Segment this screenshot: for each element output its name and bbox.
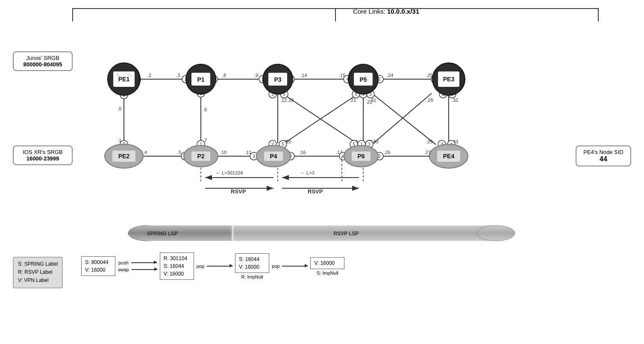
- svg-text:.32: .32: [452, 98, 458, 103]
- svg-point-169: [476, 225, 515, 241]
- box4-group: V: 16000 S: ImpNull: [310, 257, 344, 276]
- network-diagram: .2 .3 .8 .9 .14 .15 .24 .25 .4 .5 .10 .1…: [64, 26, 577, 214]
- box1-s: S: 800044: [85, 258, 112, 266]
- label-box-2: R: 301104 S: 16044 V: 16000: [160, 252, 194, 280]
- box2-r: R: 301104: [164, 255, 190, 262]
- iosxr-srgb-box: IOS XR's SRGB 16000-23999: [13, 145, 73, 165]
- svg-text:.28: .28: [426, 98, 433, 103]
- box2-s: S: 16044: [164, 262, 190, 270]
- svg-text:.16: .16: [299, 150, 306, 155]
- svg-text:.12: .12: [280, 98, 287, 103]
- pop2-arrow: [282, 266, 308, 267]
- push-arrow: [131, 262, 157, 263]
- s-impnull: S: ImpNull: [317, 270, 338, 276]
- pop1-label: pop: [197, 264, 204, 269]
- box3-v: V: 16000: [239, 263, 265, 271]
- svg-text:RSVP: RSVP: [231, 188, 246, 195]
- pop2-label: pop: [272, 264, 279, 269]
- svg-rect-168: [231, 225, 496, 241]
- svg-text:3: 3: [253, 154, 255, 159]
- svg-text:P3: P3: [274, 76, 281, 83]
- svg-text:.21: .21: [350, 98, 356, 103]
- pe4-node-sid-label: PE4's Node SID: [581, 149, 626, 155]
- svg-text:5: 5: [282, 142, 284, 147]
- svg-text:P4: P4: [270, 153, 277, 160]
- svg-text:.26: .26: [384, 150, 390, 155]
- svg-text:.3: .3: [176, 73, 180, 78]
- svg-text:.0: .0: [118, 106, 121, 111]
- legend-v: V: VPN Label: [18, 276, 58, 285]
- svg-text:↑↓: ↑↓: [116, 73, 120, 77]
- push-swap-arrows: push swap: [118, 260, 157, 272]
- svg-text:.2: .2: [147, 73, 151, 78]
- svg-text:.29: .29: [426, 139, 432, 144]
- swap-arrow: [132, 269, 157, 270]
- svg-text:.24: .24: [387, 73, 393, 78]
- pop1-arrow-container: pop: [197, 264, 232, 269]
- svg-text:PE4: PE4: [443, 153, 455, 160]
- r-impnull: R: ImpNull: [241, 274, 263, 279]
- svg-text:.8: .8: [222, 73, 226, 78]
- svg-text:↑↓: ↑↓: [128, 73, 132, 77]
- push-label: push: [118, 260, 129, 265]
- svg-text:P6: P6: [357, 153, 365, 160]
- svg-text:.6: .6: [203, 107, 207, 112]
- bracket-svg: [68, 4, 603, 26]
- svg-text:RSVP: RSVP: [308, 188, 323, 195]
- box4-v: V: 16000: [314, 259, 341, 267]
- svg-text:2: 2: [378, 77, 381, 82]
- pe4-node-sid-value: 44: [581, 155, 626, 163]
- svg-text:.31: .31: [370, 98, 376, 103]
- svg-text:← L=301104: ← L=301104: [216, 170, 243, 175]
- box1-v: V: 16000: [85, 266, 112, 274]
- svg-text:RSVP LSP: RSVP LSP: [333, 231, 359, 237]
- junos-srgb-label: Junos' SRGB: [18, 55, 68, 61]
- label-flow: S: 800044 V: 16000 push swap R: 301104 S…: [81, 252, 344, 280]
- svg-text:← L=3: ← L=3: [300, 170, 315, 175]
- pop2-arrow-container: pop: [272, 264, 308, 269]
- svg-text:.10: .10: [220, 150, 226, 155]
- legend-box: S: SPRING Label R: RSVP Label V: VPN Lab…: [13, 257, 63, 288]
- svg-text:.4: .4: [143, 150, 147, 155]
- box2-v: V: 16000: [164, 270, 190, 278]
- svg-text:.5: .5: [177, 150, 181, 155]
- svg-text:P5: P5: [359, 76, 367, 83]
- iosxr-srgb-range: 16000-23999: [18, 155, 68, 162]
- junos-srgb-range: 800000-804095: [18, 61, 68, 68]
- svg-text:.18: .18: [287, 98, 294, 103]
- legend-s: S: SPRING Label: [18, 260, 58, 268]
- svg-text:.14: .14: [300, 73, 307, 78]
- label-box-4: V: 16000: [310, 257, 344, 269]
- svg-text:SPRING LSP: SPRING LSP: [147, 231, 178, 237]
- junos-srgb-box: Junos' SRGB 800000-804095: [13, 51, 73, 71]
- lsp-bar: SPRING LSP RSVP LSP: [64, 222, 534, 240]
- label-box-3: S: 16044 V: 16000: [235, 253, 269, 273]
- svg-text:PE3: PE3: [443, 76, 455, 83]
- swap-label: swap: [118, 267, 129, 272]
- svg-text:PE2: PE2: [118, 153, 130, 160]
- main-container: Core Links: 10.0.0.x/31 Junos' SRGB 8000…: [0, 0, 644, 344]
- label-box-1: S: 800044 V: 16000: [81, 256, 115, 276]
- svg-text:2: 2: [378, 154, 381, 159]
- svg-text:P2: P2: [197, 153, 204, 160]
- box3-s: S: 16044: [239, 255, 265, 263]
- svg-text:.9: .9: [254, 73, 258, 78]
- box3-group: S: 16044 V: 16000 R: ImpNull: [235, 253, 269, 279]
- pop1-arrow: [207, 266, 232, 267]
- iosxr-srgb-label: IOS XR's SRGB: [18, 149, 68, 155]
- pe4-node-sid-box: PE4's Node SID 44: [576, 145, 631, 166]
- legend-r: R: RSVP Label: [18, 268, 58, 276]
- svg-text:P1: P1: [197, 76, 204, 83]
